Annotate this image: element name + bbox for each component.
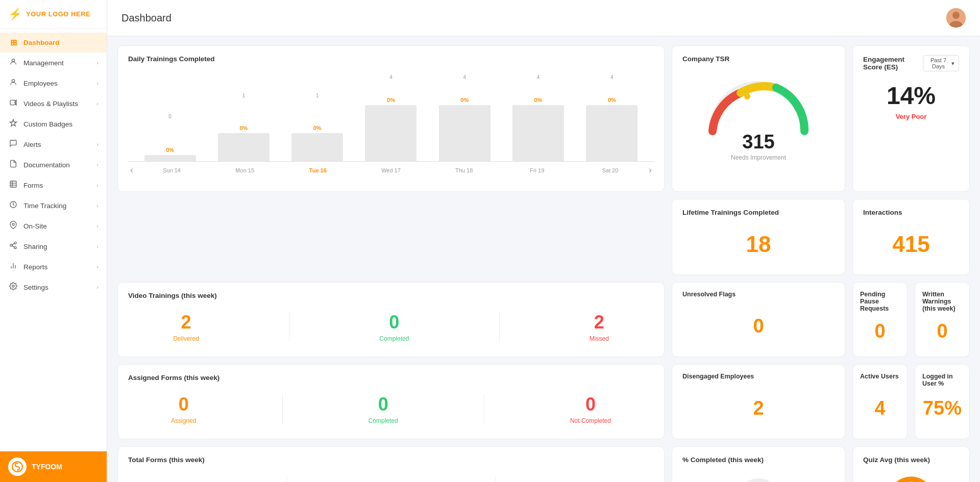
chart-bars: 0% 0 0% 1 0% 1 xyxy=(128,70,654,162)
svg-point-23 xyxy=(744,93,750,99)
chart-label-thu: Thu 18 xyxy=(428,167,501,173)
settings-icon xyxy=(8,282,18,292)
sidebar-item-alerts[interactable]: Alerts › xyxy=(0,134,107,155)
chevron-right-icon: › xyxy=(96,264,99,270)
reports-icon xyxy=(8,262,18,272)
sidebar-item-settings[interactable]: Settings › xyxy=(0,277,107,297)
bar-pct-wed: 0% xyxy=(387,97,395,103)
chevron-right-icon: › xyxy=(96,182,99,188)
logo-text: YOUR LOGO HERE xyxy=(26,10,90,18)
engagement-header: Engagement Score (ES) Past 7 Days ▾ xyxy=(863,55,959,71)
sidebar-label-alerts: Alerts xyxy=(23,141,41,148)
chart-col-sun: 0% 0 xyxy=(133,70,207,161)
assigned-forms-card: Assigned Forms (this week) 0 Assigned 0 … xyxy=(117,364,665,439)
employees-icon xyxy=(8,78,18,88)
sidebar-label-badges: Custom Badges xyxy=(23,120,72,128)
chart-label-sun: Sun 14 xyxy=(135,167,208,173)
sidebar: ⚡ YOUR LOGO HERE ⊞ Dashboard Management … xyxy=(0,0,107,482)
chart-prev-button[interactable]: ‹ xyxy=(128,165,135,175)
chart-label-row: Sun 14 Mon 15 Tue 16 Wed 17 Thu 18 Fri 1… xyxy=(135,167,647,173)
sidebar-item-reports[interactable]: Reports › xyxy=(0,257,107,277)
sidebar-item-timetracking[interactable]: Time Tracking › xyxy=(0,195,107,216)
sharing-icon xyxy=(8,241,18,251)
docs-icon xyxy=(8,160,18,170)
chevron-right-icon: › xyxy=(96,284,99,290)
divider-6 xyxy=(495,476,496,482)
bar-wed xyxy=(365,105,416,161)
bar-pct-mon: 0% xyxy=(239,125,248,131)
active-users-card: Active Users 4 xyxy=(852,364,908,439)
unresolved-flags-value: 0 xyxy=(682,315,835,337)
chevron-right-icon: › xyxy=(96,162,99,168)
active-users-value: 4 xyxy=(860,397,900,419)
bar-count-sat: 4 xyxy=(610,74,614,80)
video-trainings-stats: 2 Delivered 0 Completed 2 Missed xyxy=(128,307,654,347)
company-tsr-card: Company TSR 315 Needs Improvement xyxy=(672,45,845,192)
interactions-value: 415 xyxy=(863,223,959,265)
unresolved-flags-card: Unresolved Flags 0 xyxy=(672,282,845,357)
chevron-right-icon: › xyxy=(96,60,99,66)
disengaged-value: 2 xyxy=(682,397,835,419)
chevron-right-icon: › xyxy=(96,223,99,229)
badges-icon xyxy=(8,119,18,129)
bar-sun xyxy=(144,155,196,161)
sidebar-label-timetracking: Time Tracking xyxy=(23,202,66,210)
sidebar-item-sharing[interactable]: Sharing › xyxy=(0,236,107,257)
svg-point-18 xyxy=(12,285,14,287)
pct-completed-card: % Completed (this week) 0% xyxy=(672,446,845,482)
bar-pct-sun: 0% xyxy=(166,147,174,153)
completed-value: 0 xyxy=(389,312,399,333)
not-completed-value: 0 xyxy=(585,394,596,415)
bar-sat xyxy=(586,105,638,161)
tsr-label: Needs Improvement xyxy=(731,154,786,161)
divider-5 xyxy=(286,476,287,482)
sidebar-label-forms: Forms xyxy=(23,182,43,189)
active-logged-pair: Active Users 4 Logged in User % 75% xyxy=(852,364,970,439)
pending-pause-title: Pending Pause Requests xyxy=(860,291,900,312)
quiz-gauge-svg: 67% xyxy=(886,476,937,482)
interactions-card: Interactions 415 xyxy=(852,199,970,275)
user-avatar[interactable] xyxy=(946,8,966,28)
sidebar-item-onsite[interactable]: On-Site › xyxy=(0,216,107,236)
completed-label: Completed xyxy=(379,335,409,342)
sidebar-item-badges[interactable]: Custom Badges xyxy=(0,114,107,134)
chart-col-tue: 0% 1 xyxy=(281,70,354,161)
sidebar-item-dashboard[interactable]: ⊞ Dashboard xyxy=(0,33,107,53)
logged-in-title: Logged in User % xyxy=(922,373,962,389)
written-warnings-card: Written Warnings (this week) 0 xyxy=(915,282,970,357)
daily-trainings-card: Daily Trainings Completed 0% 0 0% 1 xyxy=(117,45,665,192)
sidebar-item-management[interactable]: Management › xyxy=(0,53,107,73)
engagement-dropdown[interactable]: Past 7 Days ▾ xyxy=(923,55,959,71)
sidebar-item-employees[interactable]: Employees › xyxy=(0,73,107,93)
bar-pct-sat: 0% xyxy=(608,97,616,103)
svg-point-21 xyxy=(952,12,960,19)
chart-area: 0% 0 0% 1 0% 1 xyxy=(128,70,654,182)
sidebar-bottom-brand: TYFOOM xyxy=(0,451,107,482)
bar-count-fri: 4 xyxy=(537,74,540,80)
sidebar-label-docs: Documentation xyxy=(23,161,70,169)
assigned-value: 0 xyxy=(179,394,189,415)
sidebar-label-settings: Settings xyxy=(23,284,48,291)
svg-rect-4 xyxy=(10,181,16,187)
pending-pause-value: 0 xyxy=(860,320,900,342)
daily-trainings-title: Daily Trainings Completed xyxy=(128,55,654,63)
sidebar-item-documentation[interactable]: Documentation › xyxy=(0,155,107,175)
engagement-score-card: Engagement Score (ES) Past 7 Days ▾ 14% … xyxy=(852,45,970,192)
svg-point-10 xyxy=(14,242,16,244)
divider-3 xyxy=(282,394,283,424)
svg-point-0 xyxy=(12,59,14,62)
chart-col-sat: 0% 4 xyxy=(575,70,649,161)
chart-col-fri: 0% 4 xyxy=(501,70,575,161)
chart-col-thu: 0% 4 xyxy=(428,70,501,161)
chart-next-button[interactable]: › xyxy=(647,165,654,175)
chevron-right-icon: › xyxy=(96,80,99,86)
pct-gauge-svg: 0% xyxy=(733,476,784,482)
assigned-label: Assigned xyxy=(171,417,196,424)
divider-2 xyxy=(499,312,500,342)
missed-stat: 2 Missed xyxy=(590,312,609,342)
active-users-title: Active Users xyxy=(860,373,900,389)
main-content: Dashboard Daily Trainings Completed 0% 0 xyxy=(107,0,980,482)
total-forms-stats: 2 1 0 xyxy=(128,471,654,482)
sidebar-item-forms[interactable]: Forms › xyxy=(0,175,107,195)
sidebar-item-videos[interactable]: Videos & Playlists › xyxy=(0,93,107,114)
